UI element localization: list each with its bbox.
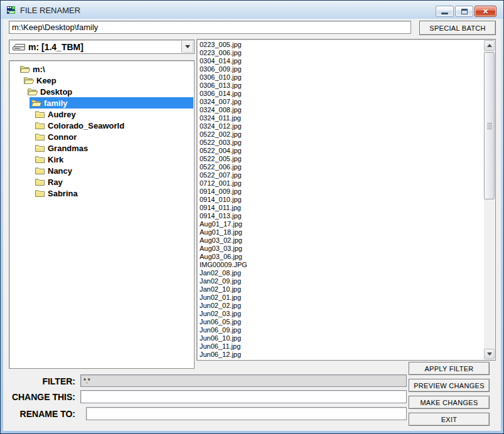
tree-item-label: Ray [48, 177, 63, 187]
file-item[interactable]: 0324_012.jpg [197, 122, 483, 130]
file-item[interactable]: Jun06_12.jpg [197, 351, 483, 359]
tree-item-coloradoseaworld[interactable]: Colorado_Seaworld [10, 120, 193, 131]
file-item[interactable]: Jun02_02.jpg [197, 302, 483, 310]
scroll-up-button[interactable] [484, 40, 495, 51]
tree-item-keep[interactable]: Keep [10, 75, 193, 86]
path-input[interactable] [9, 21, 411, 34]
rename-to-input[interactable] [86, 407, 407, 420]
file-item[interactable]: 0304_014.jpg [197, 57, 483, 65]
filter-label: FILTER: [0, 376, 75, 386]
preview-changes-button[interactable]: PREVIEW CHANGES [409, 379, 490, 392]
file-item[interactable]: 0223_006.jpg [197, 49, 483, 57]
change-this-label: CHANGE THIS: [0, 392, 75, 402]
open-folder-icon [27, 87, 38, 96]
maximize-button[interactable] [455, 6, 473, 17]
chevron-down-icon [185, 45, 190, 48]
file-item[interactable]: 0522_006.jpg [197, 163, 483, 171]
exit-button[interactable]: EXIT [409, 413, 490, 426]
arrow-up-icon [487, 44, 492, 47]
file-item[interactable]: Aug01_18.jpg [197, 228, 483, 236]
tree-item-sabrina[interactable]: Sabrina [10, 188, 193, 199]
tree-item-desktop[interactable]: Desktop [10, 86, 193, 97]
file-item[interactable]: 0914_013.jpg [197, 212, 483, 220]
file-item[interactable]: Aug03_03.jpg [197, 245, 483, 253]
drive-combo[interactable]: m: [1.4_TBM] [9, 40, 195, 54]
window-controls: ✕ [436, 6, 496, 17]
close-button[interactable]: ✕ [475, 6, 496, 17]
tree-item-label: Grandmas [48, 144, 88, 153]
open-folder-icon [23, 76, 35, 85]
file-item[interactable]: 0914_011.jpg [197, 204, 483, 212]
file-item[interactable]: 0522_004.jpg [197, 147, 483, 155]
tree-item-m[interactable]: m:\ [10, 63, 193, 75]
drive-combo-value: m: [1.4_TBM] [28, 42, 83, 52]
file-item[interactable]: 0522_002.jpg [197, 130, 483, 139]
file-item[interactable]: 0324_008.jpg [197, 106, 483, 114]
tree-item-nancy[interactable]: Nancy [10, 165, 193, 176]
app-window: FILE RENAMER ✕ SPECIAL BATCH m: [1.4_TBM… [0, 0, 504, 434]
file-item[interactable]: Aug03_02.jpg [197, 236, 483, 245]
closed-folder-icon [35, 144, 46, 152]
file-item[interactable]: Jun02_03.jpg [197, 310, 483, 318]
file-item[interactable]: 0522_003.jpg [197, 139, 483, 147]
title-bar[interactable]: FILE RENAMER ✕ [1, 1, 503, 19]
file-item[interactable]: 0712_001.jpg [197, 179, 483, 188]
apply-filter-button[interactable]: APPLY FILTER [409, 362, 490, 375]
file-item[interactable]: Jun06_05.jpg [197, 318, 483, 326]
file-item[interactable]: Jan02_10.jpg [197, 285, 483, 294]
filter-input[interactable] [80, 374, 407, 387]
tree-item-kirk[interactable]: Kirk [10, 154, 193, 165]
file-item[interactable]: Jan02_08.jpg [197, 269, 483, 277]
open-folder-icon [31, 98, 42, 107]
file-item[interactable]: Jun06_09.jpg [197, 326, 483, 334]
file-item[interactable]: 0306_013.jpg [197, 82, 483, 90]
tree-item-connor[interactable]: Connor [10, 131, 193, 142]
file-item[interactable]: Jun02_01.jpg [197, 294, 483, 302]
file-item[interactable]: Aug03_06.jpg [197, 253, 483, 261]
closed-folder-icon [35, 121, 46, 130]
closed-folder-icon [35, 177, 46, 186]
file-item[interactable]: Aug01_17.jpg [197, 220, 483, 228]
scroll-down-button[interactable] [484, 349, 495, 359]
combo-dropdown-button[interactable] [181, 41, 193, 53]
closed-folder-icon [35, 132, 46, 141]
tree-item-label: Audrey [48, 110, 76, 119]
folder-tree[interactable]: m:\KeepDesktopfamilyAudreyColorado_Seawo… [9, 60, 195, 369]
tree-item-label: Kirk [48, 155, 63, 164]
close-icon: ✕ [483, 8, 488, 16]
special-batch-button[interactable]: SPECIAL BATCH [419, 21, 496, 35]
file-item[interactable]: 0306_010.jpg [197, 73, 483, 82]
make-changes-button[interactable]: MAKE CHANGES [409, 396, 490, 409]
file-item[interactable]: Jan02_09.jpg [197, 277, 483, 285]
tree-item-grandmas[interactable]: Grandmas [10, 142, 193, 154]
file-item[interactable]: 0324_011.jpg [197, 114, 483, 122]
app-icon [6, 5, 16, 15]
tree-item-ray[interactable]: Ray [10, 176, 193, 188]
file-item[interactable]: 0522_007.jpg [197, 171, 483, 179]
rename-to-label: RENAME TO: [0, 409, 75, 419]
file-item[interactable]: Jun06_11.jpg [197, 342, 483, 351]
file-list-scrollbar[interactable] [484, 40, 495, 359]
window-title: FILE RENAMER [20, 6, 80, 15]
tree-item-label: Colorado_Seaworld [48, 121, 124, 130]
drive-icon [12, 43, 26, 51]
closed-folder-icon [35, 110, 46, 119]
file-item[interactable]: 0914_009.jpg [197, 188, 483, 196]
file-list-panel: 0223_005.jpg0223_006.jpg0304_014.jpg0306… [196, 39, 496, 361]
file-item[interactable]: IMG00009.JPG [197, 261, 483, 269]
tree-item-audrey[interactable]: Audrey [10, 109, 193, 120]
tree-item-family[interactable]: family [10, 97, 193, 109]
thumb-grip-icon [487, 123, 492, 129]
file-item[interactable]: 0522_005.jpg [197, 155, 483, 163]
file-item[interactable]: 0306_014.jpg [197, 90, 483, 98]
file-item[interactable]: 0914_010.jpg [197, 196, 483, 204]
file-item[interactable]: 0324_007.jpg [197, 98, 483, 106]
minimize-button[interactable] [436, 6, 454, 17]
change-this-input[interactable] [80, 390, 407, 403]
tree-item-label: Sabrina [48, 189, 78, 198]
scrollbar-thumb[interactable] [484, 52, 495, 199]
file-list[interactable]: 0223_005.jpg0223_006.jpg0304_014.jpg0306… [197, 41, 483, 359]
file-item[interactable]: 0306_009.jpg [197, 65, 483, 73]
file-item[interactable]: Jun06_10.jpg [197, 334, 483, 342]
file-item[interactable]: 0223_005.jpg [197, 41, 483, 49]
